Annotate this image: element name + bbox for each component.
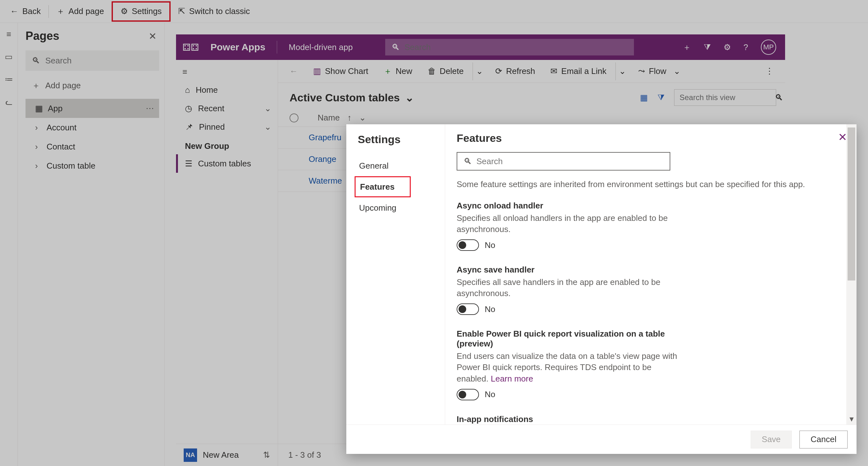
setting-powerbi: Enable Power BI quick report visualizati… — [457, 329, 680, 400]
setting-title: Enable Power BI quick report visualizati… — [457, 329, 680, 349]
setting-title: In-app notifications — [457, 414, 680, 424]
cancel-label: Cancel — [811, 434, 836, 444]
close-icon[interactable]: ✕ — [838, 131, 847, 143]
setting-title: Async save handler — [457, 265, 680, 275]
cancel-button[interactable]: Cancel — [800, 431, 847, 448]
tab-label: Upcoming — [359, 203, 396, 213]
save-button[interactable]: Save — [751, 431, 792, 448]
setting-desc: Specifies all onload handlers in the app… — [457, 212, 680, 235]
save-label: Save — [762, 434, 781, 444]
setting-inapp-notifications: In-app notifications Enables the app to … — [457, 414, 680, 425]
settings-content: Features 🔍︎ Some feature settings are in… — [445, 124, 846, 425]
settings-tab-features[interactable]: Features — [354, 176, 411, 197]
settings-tab-general[interactable]: General — [358, 155, 409, 176]
tab-label: Features — [360, 182, 395, 192]
features-help-text: Some feature settings are inherited from… — [457, 179, 834, 189]
search-icon: 🔍︎ — [464, 157, 472, 166]
toggle-state: No — [485, 240, 495, 250]
tab-label: General — [359, 161, 389, 171]
scrollbar[interactable]: ▴ ▾ — [846, 124, 857, 425]
modal-footer: Save Cancel — [346, 425, 857, 454]
setting-desc: Specifies all save handlers in the app a… — [457, 277, 680, 299]
settings-tab-upcoming[interactable]: Upcoming — [358, 197, 409, 218]
toggle-state: No — [485, 304, 495, 314]
features-search[interactable]: 🔍︎ — [457, 152, 670, 170]
learn-more-link[interactable]: Learn more — [491, 374, 533, 384]
setting-async-onload: Async onload handler Specifies all onloa… — [457, 201, 680, 251]
scrollbar-thumb[interactable] — [847, 128, 855, 280]
settings-sidebar-title: Settings — [358, 133, 445, 146]
settings-content-title: Features — [457, 132, 834, 144]
settings-modal: ✕ Settings General Features Upcoming Fea… — [346, 124, 857, 454]
toggle-async-save[interactable] — [457, 303, 479, 315]
features-search-input[interactable] — [476, 157, 663, 166]
settings-sidebar: Settings General Features Upcoming — [346, 124, 445, 425]
setting-title: Async onload handler — [457, 201, 680, 211]
setting-desc: End users can visualize the data on a ta… — [457, 351, 680, 384]
toggle-powerbi[interactable] — [457, 389, 479, 400]
scroll-down-icon[interactable]: ▾ — [846, 414, 857, 424]
toggle-state: No — [485, 390, 495, 399]
setting-async-save: Async save handler Specifies all save ha… — [457, 265, 680, 315]
toggle-async-onload[interactable] — [457, 239, 479, 251]
